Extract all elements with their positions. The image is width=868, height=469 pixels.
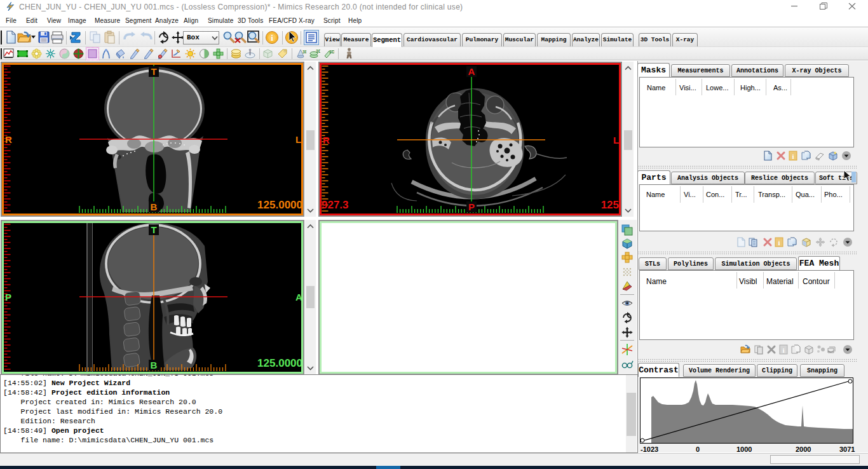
svg-text:P: P <box>468 201 475 212</box>
svg-text:927.3: 927.3 <box>322 199 349 211</box>
svg-text:B: B <box>151 201 158 212</box>
svg-text:B: B <box>151 360 158 370</box>
svg-text:A: A <box>295 292 301 302</box>
svg-text:3D: 3D <box>329 50 334 54</box>
svg-text:i: i <box>271 33 273 43</box>
svg-text:3D: 3D <box>316 49 320 53</box>
svg-text:125.0000: 125.0000 <box>257 357 301 369</box>
svg-text:125.0000: 125.0000 <box>257 199 301 211</box>
svg-text:R: R <box>323 135 330 146</box>
svg-text:T: T <box>151 66 156 77</box>
svg-text:P: P <box>5 292 11 302</box>
svg-text:125: 125 <box>601 199 619 211</box>
svg-text:L: L <box>295 134 301 145</box>
svg-text:L: L <box>613 135 619 146</box>
svg-text:3D: 3D <box>302 50 306 54</box>
svg-text:T: T <box>151 224 156 235</box>
svg-text:R: R <box>5 134 12 145</box>
svg-text:A: A <box>468 66 475 77</box>
